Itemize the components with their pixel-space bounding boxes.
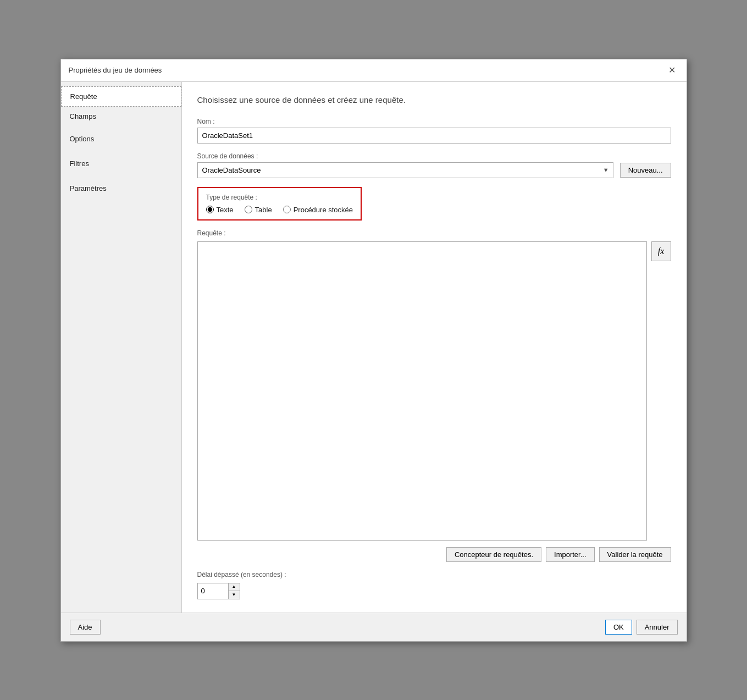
query-type-section: Type de requête : Texte Table Procédu [197, 187, 671, 221]
sidebar: Requête Champs Options Filtres Paramètre… [61, 82, 182, 613]
delai-input[interactable] [197, 583, 228, 599]
sidebar-item-filtres[interactable]: Filtres [61, 151, 181, 175]
main-content: Choisissez une source de données et crée… [182, 82, 687, 613]
dialog-body: Requête Champs Options Filtres Paramètre… [61, 82, 687, 613]
titlebar: Propriétés du jeu de données ✕ [61, 59, 687, 82]
radio-procedure-label: Procédure stockée [294, 206, 353, 214]
requete-section: Requête : fx Concepteur de requêtes. Imp… [197, 229, 671, 562]
requete-row: fx [197, 241, 671, 541]
nom-section: Nom : [197, 118, 671, 144]
dialog: Propriétés du jeu de données ✕ Requête C… [60, 59, 687, 642]
dialog-title: Propriétés du jeu de données [69, 66, 162, 74]
radio-table[interactable]: Table [245, 206, 272, 214]
sidebar-item-parametres[interactable]: Paramètres [61, 175, 181, 200]
spinner-buttons: ▲ ▼ [228, 583, 240, 599]
radio-texte-input[interactable] [206, 206, 214, 213]
nom-input[interactable] [197, 128, 671, 144]
radio-table-label: Table [255, 206, 272, 214]
requete-textarea[interactable] [197, 241, 647, 541]
valider-button[interactable]: Valider la requête [599, 547, 671, 562]
query-type-label: Type de requête : [206, 194, 353, 201]
sidebar-item-champs[interactable]: Champs [61, 107, 181, 126]
radio-texte[interactable]: Texte [206, 206, 234, 214]
nom-label: Nom : [197, 118, 671, 125]
action-buttons-row: Concepteur de requêtes. Importer... Vali… [197, 547, 671, 562]
source-select-wrapper: OracleDataSource ▼ [197, 162, 613, 178]
sidebar-item-requete[interactable]: Requête [61, 86, 181, 107]
requete-label: Requête : [197, 229, 671, 237]
radio-procedure[interactable]: Procédure stockée [283, 206, 353, 214]
source-select[interactable]: OracleDataSource [197, 162, 613, 178]
radio-group: Texte Table Procédure stockée [206, 206, 353, 214]
section-title: Choisissez une source de données et crée… [197, 95, 671, 104]
close-button[interactable]: ✕ [665, 65, 679, 76]
dialog-footer: Aide OK Annuler [61, 613, 687, 641]
spinner-down-button[interactable]: ▼ [229, 591, 240, 599]
delai-spinner: ▲ ▼ [197, 583, 241, 599]
source-label: Source de données : [197, 152, 671, 160]
ok-button[interactable]: OK [605, 620, 632, 635]
fx-button[interactable]: fx [651, 241, 671, 261]
sidebar-item-options[interactable]: Options [61, 126, 181, 151]
radio-texte-label: Texte [217, 206, 234, 214]
footer-right: OK Annuler [605, 620, 678, 635]
annuler-button[interactable]: Annuler [637, 620, 678, 635]
aide-button[interactable]: Aide [70, 620, 101, 635]
importer-button[interactable]: Importer... [546, 547, 595, 562]
radio-procedure-input[interactable] [283, 206, 291, 213]
query-type-box: Type de requête : Texte Table Procédu [197, 187, 362, 221]
source-row: OracleDataSource ▼ Nouveau... [197, 162, 671, 178]
concepteur-button[interactable]: Concepteur de requêtes. [446, 547, 541, 562]
delai-label: Délai dépassé (en secondes) : [197, 571, 671, 578]
spinner-up-button[interactable]: ▲ [229, 583, 240, 591]
radio-table-input[interactable] [245, 206, 252, 213]
nouveau-button[interactable]: Nouveau... [620, 163, 671, 178]
source-section: Source de données : OracleDataSource ▼ N… [197, 152, 671, 178]
delai-section: Délai dépassé (en secondes) : ▲ ▼ [197, 571, 671, 599]
